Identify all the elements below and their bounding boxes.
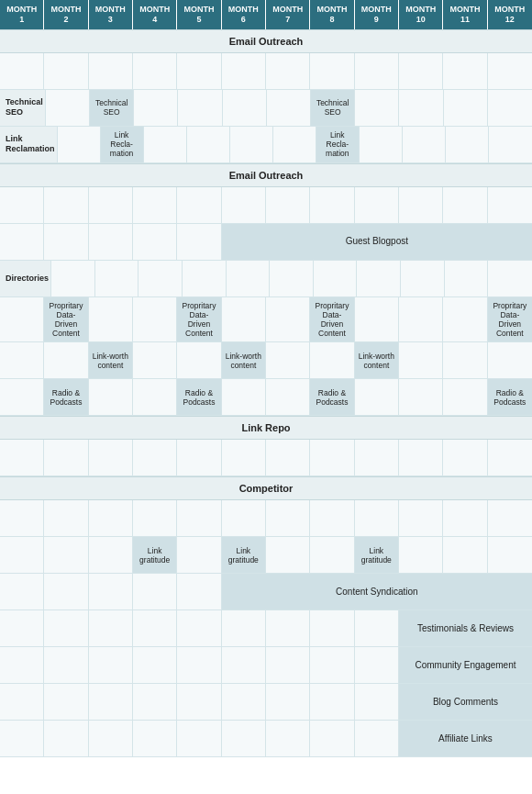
cell-4-2-8: Link-worth content (355, 342, 399, 378)
cell-4-1-0 (0, 297, 44, 342)
cell-2-0-5 (222, 187, 266, 223)
cell-10-0-6 (266, 647, 310, 683)
cell-6-0-8 (355, 500, 399, 536)
content-area: Email OutreachTechnical SEOTechnical SEO… (0, 29, 532, 758)
cell-12-0-0 (0, 721, 44, 756)
cell-4-1-11: Propritary Data-Driven Content (488, 297, 532, 342)
cell-4-1-9 (399, 297, 443, 342)
main-grid: MONTH1MONTH2MONTH3MONTH4MONTH5MONTH6MONT… (0, 0, 532, 757)
cell-1-0-9 (399, 90, 443, 126)
cell-0-0-6 (266, 53, 310, 89)
cell-4-1-7: Propritary Data-Driven Content (310, 297, 354, 342)
cell-6-0-6 (266, 500, 310, 536)
cell-3-0-1 (44, 224, 88, 260)
cell-12-0-9: Affiliate Links (399, 721, 532, 756)
cell-1-1-1 (58, 127, 101, 162)
cell-4-2-11 (488, 342, 532, 378)
cell-7-0-3: Link gratitude (133, 537, 177, 573)
cell-6-0-4 (177, 500, 221, 536)
cell-7-0-11 (488, 537, 532, 573)
cell-0-0-11 (488, 53, 532, 89)
header-month-5: MONTH5 (177, 0, 221, 29)
cell-10-0-8 (355, 647, 399, 683)
cell-2-0-11 (488, 187, 532, 223)
data-row-1-0: Technical SEOTechnical SEOTechnical SEO (0, 90, 532, 127)
cell-9-0-6 (266, 610, 310, 646)
cell-4-1-10 (443, 297, 487, 342)
cell-1-1-10 (446, 127, 489, 162)
cell-7-0-2 (89, 537, 133, 573)
cell-4-2-0 (0, 342, 44, 378)
cell-7-0-4 (177, 537, 221, 573)
cell-5-0-9 (399, 440, 443, 475)
cell-11-0-1 (44, 684, 88, 720)
cell-4-1-8 (355, 297, 399, 342)
cell-10-0-4 (177, 647, 221, 683)
header-month-12: MONTH12 (488, 0, 532, 29)
cell-4-2-7 (310, 342, 354, 378)
cell-5-0-5 (222, 440, 266, 475)
cell-1-0-1 (46, 90, 90, 126)
cell-4-1-5 (222, 297, 266, 342)
cell-9-0-2 (89, 610, 133, 646)
cell-1-1-8 (360, 127, 403, 162)
cell-0-0-7 (310, 53, 354, 89)
cell-2-0-9 (399, 187, 443, 223)
cell-4-1-2 (89, 297, 133, 342)
section-label-2: Email Outreach (0, 163, 532, 187)
cell-10-0-1 (44, 647, 88, 683)
cell-5-0-2 (89, 440, 133, 475)
data-row-6-0 (0, 500, 532, 537)
header-month-7: MONTH7 (266, 0, 310, 29)
cell-4-0-10 (445, 261, 489, 296)
cell-0-0-5 (222, 53, 266, 89)
data-row-1-1: Link ReclamationLink Recla-mationLink Re… (0, 127, 532, 163)
cell-4-2-1 (44, 342, 88, 378)
cell-3-0-0 (0, 224, 44, 260)
cell-4-3-2 (89, 379, 133, 415)
header-month-6: MONTH6 (222, 0, 266, 29)
section-label-5: Link Repo (0, 416, 532, 440)
data-row-12-0: Affiliate Links (0, 721, 532, 757)
cell-4-2-10 (443, 342, 487, 378)
cell-4-3-1: Radio & Podcasts (44, 379, 88, 415)
cell-1-1-5 (230, 127, 273, 162)
header-month-2: MONTH2 (44, 0, 88, 29)
cell-0-0-9 (399, 53, 443, 89)
cell-7-0-5: Link gratitude (222, 537, 266, 573)
cell-7-0-6 (266, 537, 310, 573)
cell-11-0-4 (177, 684, 221, 720)
cell-5-0-7 (310, 440, 354, 475)
header-month-9: MONTH9 (355, 0, 399, 29)
cell-1-0-5 (223, 90, 267, 126)
cell-3-0-5: Guest Blogpost (222, 224, 532, 260)
cell-6-0-10 (443, 500, 487, 536)
cell-0-0-2 (89, 53, 133, 89)
cell-4-3-5 (222, 379, 266, 415)
cell-8-0-3 (133, 574, 177, 609)
cell-7-0-1 (44, 537, 88, 573)
header-month-4: MONTH4 (133, 0, 177, 29)
cell-1-0-10 (444, 90, 488, 126)
cell-4-3-7: Radio & Podcasts (310, 379, 354, 415)
section-label-6: Competitor (0, 476, 532, 500)
cell-7-0-8: Link gratitude (355, 537, 399, 573)
cell-7-0-7 (310, 537, 354, 573)
cell-0-0-0 (0, 53, 44, 89)
cell-5-0-8 (355, 440, 399, 475)
cell-9-0-4 (177, 610, 221, 646)
cell-6-0-5 (222, 500, 266, 536)
cell-1-0-6 (267, 90, 311, 126)
cell-10-0-2 (89, 647, 133, 683)
cell-6-0-2 (89, 500, 133, 536)
cell-12-0-4 (177, 721, 221, 756)
cell-9-0-7 (310, 610, 354, 646)
cell-8-0-4 (177, 574, 221, 609)
cell-1-1-6 (273, 127, 316, 162)
cell-2-0-0 (0, 187, 44, 223)
cell-4-2-3 (133, 342, 177, 378)
cell-4-0-7 (314, 261, 358, 296)
header-row: MONTH1MONTH2MONTH3MONTH4MONTH5MONTH6MONT… (0, 0, 532, 29)
cell-11-0-5 (222, 684, 266, 720)
cell-0-0-1 (44, 53, 88, 89)
